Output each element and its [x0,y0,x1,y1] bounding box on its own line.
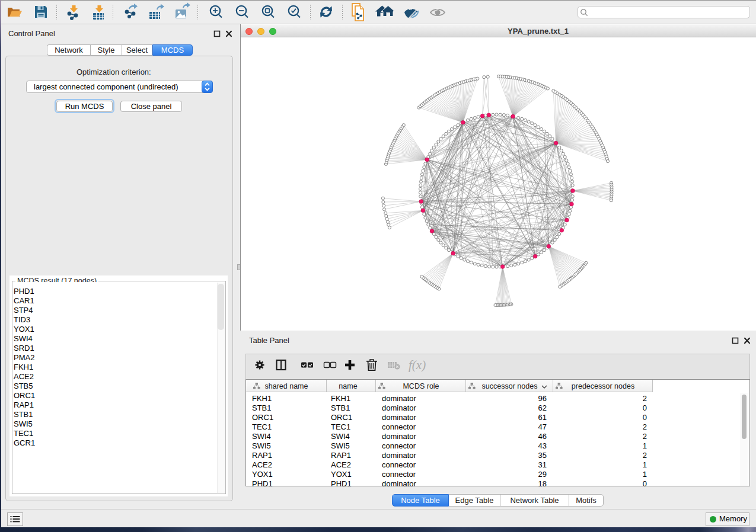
svg-text:f(x): f(x) [409,358,426,372]
